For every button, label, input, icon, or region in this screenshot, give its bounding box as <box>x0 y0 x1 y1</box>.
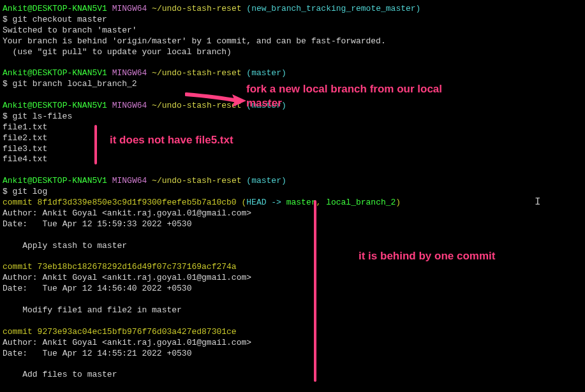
command-line: $ git branch local_branch_2 <box>3 79 582 90</box>
commit-line: commit 73eb18bc182678292d16d49f07c737169… <box>3 262 582 273</box>
command-line: $ git checkout master <box>3 15 582 25</box>
prompt-line: Ankit@DESKTOP-KNAN5V1 MINGW64 ~/undo-sta… <box>3 176 582 187</box>
output-line: file1.txt <box>3 122 582 133</box>
terminal-output[interactable]: Ankit@DESKTOP-KNAN5V1 MINGW64 ~/undo-sta… <box>3 4 582 381</box>
commit-message: Add files to master <box>3 370 582 381</box>
date-line: Date: Tue Apr 12 14:55:21 2022 +0530 <box>3 349 582 359</box>
date-line: Date: Tue Apr 12 15:59:33 2022 +0530 <box>3 219 582 230</box>
commit-line: commit 9273e93ac04ec15bfb976f76d03a427ed… <box>3 327 582 338</box>
output-line: file3.txt <box>3 144 582 155</box>
output-line: file4.txt <box>3 154 582 165</box>
output-line: file2.txt <box>3 133 582 144</box>
commit-line: commit 8f1df3d339e850e3c9d1f9300feefeb5b… <box>3 198 582 208</box>
author-line: Author: Ankit Goyal <ankit.raj.goyal.01@… <box>3 338 582 349</box>
prompt-line: Ankit@DESKTOP-KNAN5V1 MINGW64 ~/undo-sta… <box>3 4 582 15</box>
prompt-line: Ankit@DESKTOP-KNAN5V1 MINGW64 ~/undo-sta… <box>3 101 582 112</box>
author-line: Author: Ankit Goyal <ankit.raj.goyal.01@… <box>3 208 582 219</box>
output-line: Your branch is behind 'origin/master' by… <box>3 36 582 47</box>
output-line: (use "git pull" to update your local bra… <box>3 47 582 58</box>
commit-message: Modify file1 and file2 in master <box>3 305 582 316</box>
commit-message: Apply stash to master <box>3 241 582 252</box>
command-line: $ git log <box>3 187 582 198</box>
prompt-line: Ankit@DESKTOP-KNAN5V1 MINGW64 ~/undo-sta… <box>3 68 582 79</box>
date-line: Date: Tue Apr 12 14:56:40 2022 +0530 <box>3 284 582 294</box>
command-line: $ git ls-files <box>3 112 582 122</box>
output-line: Switched to branch 'master' <box>3 25 582 36</box>
author-line: Author: Ankit Goyal <ankit.raj.goyal.01@… <box>3 273 582 284</box>
